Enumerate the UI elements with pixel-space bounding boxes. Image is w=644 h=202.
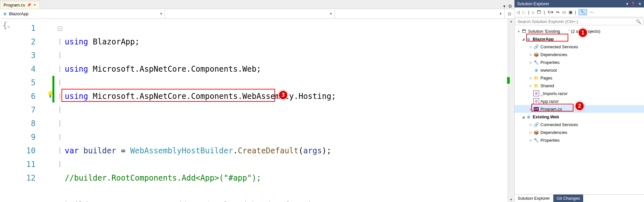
solution-explorer-toolbar: ◁ ▷ | ⌂ 🗔 | ↻▾ ⇋ ▭ ▣ | 🔧 ⋯ bbox=[515, 7, 644, 17]
tree-item[interactable]: ▷📁Shared bbox=[515, 82, 644, 89]
tree-item[interactable]: ▷🔗Connected Services bbox=[515, 43, 644, 51]
more-icon[interactable]: ⋯ bbox=[590, 10, 594, 15]
chevron-down-icon: ▼ bbox=[329, 12, 333, 16]
scope-dropdown[interactable]: ⊕ BlazorApp ▼ bbox=[0, 9, 165, 18]
annotation-callout-2: 2 bbox=[575, 101, 584, 111]
panel-title: Solution Explorer bbox=[517, 1, 549, 6]
solution-explorer-pane: Solution Explorer ▾ 📍 ✕ ◁ ▷ | ⌂ 🗔 | ↻▾ ⇋… bbox=[515, 0, 644, 202]
tree-item[interactable]: @_Imports.razor bbox=[515, 89, 644, 97]
home-icon[interactable]: ⌂ bbox=[532, 10, 534, 15]
gear-icon[interactable]: ⚙ bbox=[508, 4, 512, 9]
tab-filename: Program.cs bbox=[4, 3, 25, 7]
chevron-down-icon: ▼ bbox=[160, 12, 163, 16]
pending-changes-icon[interactable]: ↻▾ bbox=[548, 10, 553, 15]
overview-marker bbox=[507, 77, 510, 84]
collapse-gutter: − ││││││││││ bbox=[55, 19, 65, 202]
dropdown-icon[interactable]: ▾ bbox=[503, 4, 505, 9]
properties-icon[interactable]: 🔧 bbox=[579, 9, 587, 15]
tab-git-changes[interactable]: Git Changes bbox=[553, 195, 583, 202]
scope-text: BlazorApp bbox=[9, 11, 28, 16]
tab-solution-explorer[interactable]: Solution Explorer bbox=[515, 195, 553, 202]
tree-item[interactable]: ▷🔧Properties bbox=[515, 58, 644, 66]
lightbulb-icon[interactable]: 💡 bbox=[47, 91, 53, 97]
dropdown-icon[interactable]: ▾ bbox=[626, 2, 628, 6]
file-tab[interactable]: Program.cs 📌 ✕ bbox=[0, 1, 40, 9]
line-number-gutter: 123456789101112 bbox=[19, 19, 49, 202]
project-icon: ⊕ bbox=[3, 12, 7, 16]
tree-item[interactable]: ▷📦Dependencies bbox=[515, 51, 644, 58]
tree-item[interactable]: ▷📁Pages bbox=[515, 74, 644, 82]
annotation-callout-3: 3 bbox=[278, 90, 288, 100]
pin-icon[interactable]: 📍 bbox=[631, 2, 636, 6]
type-dropdown[interactable]: ▼ bbox=[165, 9, 335, 18]
project-existing-web[interactable]: ◢⊕Existing.Web bbox=[515, 113, 644, 121]
code-editor[interactable]: {▫ 123456789101112 💡 − ││││││││││ using … bbox=[0, 19, 514, 202]
close-icon[interactable]: ✕ bbox=[33, 3, 36, 7]
tree-item[interactable]: ▷📦Dependencies bbox=[515, 128, 644, 136]
close-icon[interactable]: ✕ bbox=[638, 2, 641, 6]
scroll-up-icon[interactable]: ▲ bbox=[508, 19, 514, 23]
split-icon[interactable]: ⊟ bbox=[505, 9, 514, 18]
editor-pane: Program.cs 📌 ✕ ▾ ⚙ ⊕ BlazorApp ▼ ▼ ▼ ⊟ {… bbox=[0, 0, 515, 202]
solution-explorer-search[interactable]: 🔍 bbox=[515, 18, 643, 25]
search-icon[interactable]: 🔍 bbox=[636, 19, 641, 24]
document-tab-bar: Program.cs 📌 ✕ ▾ ⚙ bbox=[0, 0, 514, 9]
search-input[interactable] bbox=[517, 19, 636, 24]
chevron-down-icon: ▼ bbox=[499, 12, 502, 16]
pin-icon[interactable]: 📌 bbox=[27, 3, 31, 7]
panel-tab-bar: Solution Explorer Git Changes bbox=[515, 194, 644, 202]
annotation-callout-1: 1 bbox=[578, 28, 588, 38]
forward-icon[interactable]: ▷ bbox=[522, 10, 526, 15]
navigation-bar: ⊕ BlazorApp ▼ ▼ ▼ ⊟ bbox=[0, 9, 514, 19]
code-text[interactable]: using BlazorApp; using Microsoft.AspNetC… bbox=[65, 19, 508, 202]
change-marker bbox=[52, 76, 54, 102]
show-all-icon[interactable]: ▭ bbox=[562, 10, 566, 15]
sync-icon[interactable]: ⇋ bbox=[556, 10, 560, 15]
solution-explorer-title-bar: Solution Explorer ▾ 📍 ✕ bbox=[515, 0, 644, 7]
collapse-all-icon[interactable]: ▣ bbox=[569, 10, 572, 15]
tree-item[interactable]: ⊕wwwroot bbox=[515, 66, 644, 74]
collapse-toggle[interactable]: − bbox=[58, 27, 62, 31]
solution-tree[interactable]: ▸🗔Solution 'Existing' (2 of 2 projects) … bbox=[515, 26, 644, 194]
tree-item[interactable]: ▷🔗Connected Services bbox=[515, 121, 644, 128]
vertical-scrollbar[interactable]: ▲ ▼ bbox=[508, 19, 514, 202]
scroll-down-icon[interactable]: ▼ bbox=[508, 198, 514, 201]
outline-gutter: {▫ bbox=[0, 19, 19, 202]
member-dropdown[interactable]: ▼ bbox=[335, 9, 505, 18]
switch-view-icon[interactable]: 🗔 bbox=[537, 10, 541, 15]
back-icon[interactable]: ◁ bbox=[516, 10, 520, 15]
tab-bar-controls: ▾ ⚙ bbox=[503, 4, 514, 9]
tree-item[interactable]: ▷🔧Properties bbox=[515, 136, 644, 144]
